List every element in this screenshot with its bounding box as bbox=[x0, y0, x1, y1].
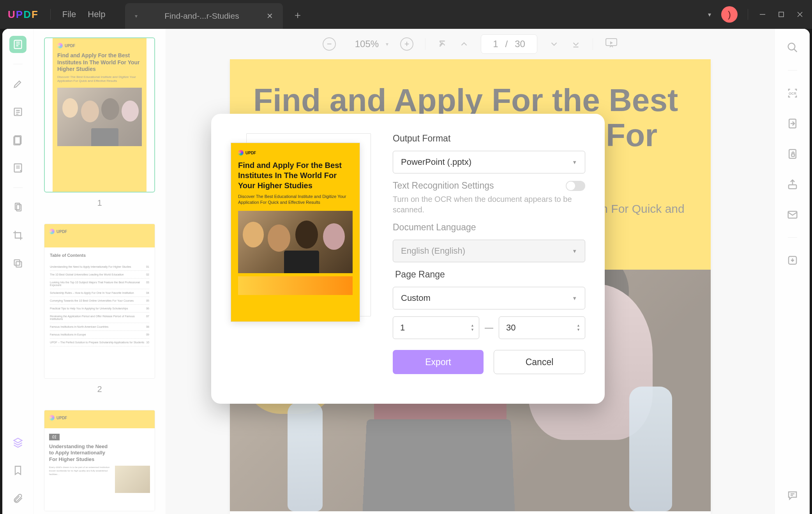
step-down-icon[interactable]: ▼ bbox=[577, 328, 580, 332]
text-recognition-description: Turn on the OCR when the document appear… bbox=[393, 194, 585, 215]
document-language-label: Document Language bbox=[393, 222, 585, 233]
window-minimize-button[interactable] bbox=[758, 10, 767, 19]
page-range-label: Page Range bbox=[395, 269, 585, 280]
output-format-select[interactable]: PowerPoint (.pptx) ▼ bbox=[393, 151, 585, 173]
step-down-icon[interactable]: ▼ bbox=[471, 328, 474, 332]
separator bbox=[748, 9, 748, 20]
page-range-select[interactable]: Custom ▼ bbox=[393, 287, 585, 309]
tab-close-icon[interactable]: ✕ bbox=[267, 11, 273, 21]
chevron-down-icon: ▼ bbox=[572, 248, 577, 254]
chevron-down-icon: ▼ bbox=[572, 159, 577, 165]
text-recognition-toggle[interactable] bbox=[566, 181, 585, 191]
menu-help[interactable]: Help bbox=[88, 9, 105, 19]
separator bbox=[50, 9, 51, 20]
range-from-input[interactable]: 1 ▲▼ bbox=[393, 316, 479, 339]
chevron-down-icon[interactable]: ▾ bbox=[708, 11, 711, 18]
user-avatar[interactable]: ) bbox=[721, 6, 738, 23]
tab-title: Find-and-...r-Studies bbox=[145, 11, 259, 21]
step-up-icon[interactable]: ▲ bbox=[471, 324, 474, 327]
svg-rect-1 bbox=[779, 12, 784, 17]
step-up-icon[interactable]: ▲ bbox=[577, 324, 580, 327]
chevron-down-icon: ▼ bbox=[572, 295, 577, 301]
menu-file[interactable]: File bbox=[62, 9, 76, 19]
new-tab-button[interactable]: ＋ bbox=[293, 8, 303, 22]
title-bar: UPDF File Help ▾ Find-and-...r-Studies ✕… bbox=[0, 0, 812, 29]
tab-bar: ▾ Find-and-...r-Studies ✕ ＋ bbox=[125, 0, 303, 29]
window-maximize-button[interactable] bbox=[777, 10, 786, 19]
dialog-preview: UPDF Find and Apply For the Best Institu… bbox=[231, 133, 371, 384]
cancel-button[interactable]: Cancel bbox=[494, 350, 585, 374]
output-format-label: Output Format bbox=[393, 133, 585, 144]
export-dialog: UPDF Find and Apply For the Best Institu… bbox=[211, 114, 605, 404]
document-language-select: English (English) ▼ bbox=[393, 240, 585, 262]
app-logo: UPDF bbox=[8, 9, 39, 21]
range-separator: — bbox=[485, 323, 493, 333]
tab-menu-icon[interactable]: ▾ bbox=[135, 13, 138, 19]
document-tab[interactable]: ▾ Find-and-...r-Studies ✕ bbox=[125, 3, 283, 29]
export-button[interactable]: Export bbox=[393, 350, 484, 374]
window-close-button[interactable] bbox=[796, 10, 804, 19]
range-to-input[interactable]: 30 ▲▼ bbox=[499, 316, 585, 339]
text-recognition-label: Text Recognition Settings bbox=[393, 180, 494, 191]
